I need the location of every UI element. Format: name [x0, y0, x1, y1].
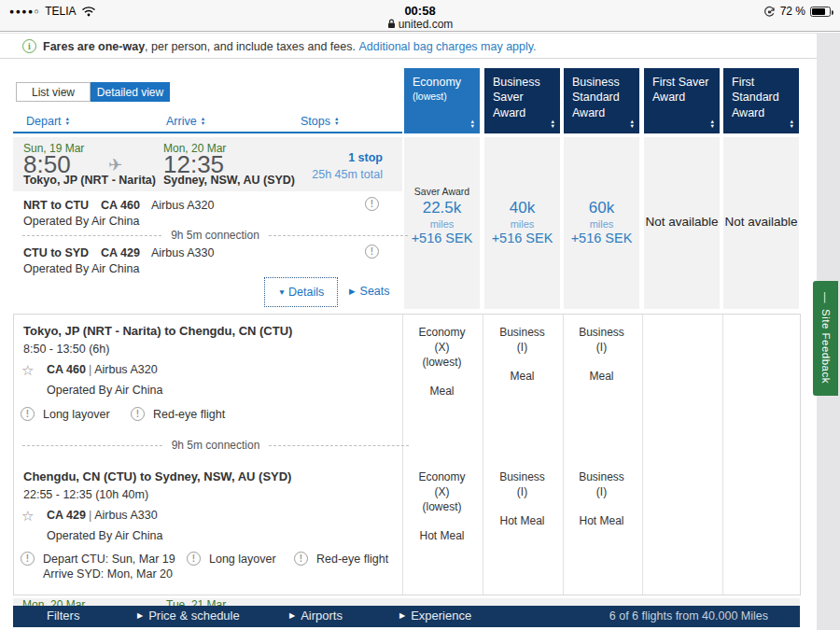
- sort-stops[interactable]: Stops▲▼: [301, 115, 339, 128]
- warning-red-eye: ! Red-eye flight: [131, 407, 225, 422]
- segment-aircraft: Airbus A320: [151, 199, 214, 212]
- sort-icon: ▲▼: [334, 117, 339, 126]
- cash-value: +516 SEK: [484, 231, 560, 245]
- warning-icon[interactable]: !: [365, 245, 379, 259]
- cabin-cell-business-standard: Business(I) Hot Meal: [564, 469, 639, 528]
- list-view-button[interactable]: List view: [16, 82, 91, 102]
- battery-cluster: 72 %: [763, 5, 831, 18]
- segment-route: CTU to SYD: [23, 246, 89, 259]
- meal-label: Meal: [564, 369, 639, 384]
- warning-icon[interactable]: !: [187, 552, 201, 566]
- detail-segment-title: Tokyo, JP (NRT - Narita) to Chengdu, CN …: [23, 324, 292, 338]
- miles-unit: miles: [564, 218, 639, 230]
- bottom-filter-bar: Filters ▶Price & schedule ▶Airports ▶Exp…: [13, 606, 800, 627]
- cash-value: +516 SEK: [564, 231, 639, 245]
- experience-button[interactable]: ▶Experience: [399, 609, 471, 623]
- connection-divider: 9h 5m connection: [22, 229, 408, 242]
- warning-long-layover: ! Long layover: [187, 552, 276, 567]
- bag-charges-link[interactable]: Additional bag charges may apply.: [358, 40, 536, 53]
- results-summary: 6 of 6 flights from 40.000 Miles: [609, 609, 768, 623]
- fare-column-title: Business Standard Award: [572, 75, 634, 120]
- cabin-cell-economy: Economy(X)(lowest) Meal: [404, 325, 480, 399]
- cabin-cell-business-saver: Business(I) Hot Meal: [484, 469, 560, 528]
- sort-icon: ▲▼: [790, 119, 794, 129]
- seats-button[interactable]: ▶Seats: [349, 285, 390, 298]
- fare-column-title: First Standard Award: [732, 75, 793, 120]
- fare-column-first-saver[interactable]: First Saver Award ▲▼: [644, 68, 720, 133]
- cabin-cell-economy: Economy(X)(lowest) Hot Meal: [404, 469, 480, 543]
- warning-icon[interactable]: !: [21, 552, 35, 566]
- fare-column-business-standard[interactable]: Business Standard Award ▲▼: [564, 68, 639, 133]
- arrow-right-icon: ▶: [399, 611, 405, 620]
- caret-down-icon: ▼: [278, 287, 286, 297]
- stops-count: 1 stop: [261, 151, 383, 164]
- miles-value: 22.5k: [404, 199, 480, 217]
- depart-city: Tokyo, JP (NRT - Narita): [23, 174, 156, 187]
- stops-summary: 1 stop 25h 45m total: [261, 151, 383, 181]
- segment-flight-number: CA 429: [101, 246, 140, 259]
- warning-icon[interactable]: !: [131, 407, 145, 421]
- info-icon: i: [22, 39, 36, 53]
- price-schedule-button[interactable]: ▶Price & schedule: [137, 609, 240, 623]
- sort-depart[interactable]: Depart▲▼: [26, 115, 70, 128]
- meal-label: Meal: [484, 369, 560, 384]
- fare-column-first-standard[interactable]: First Standard Award ▲▼: [723, 68, 799, 133]
- column-divider: [722, 315, 723, 595]
- warning-red-eye: ! Red-eye flight: [294, 552, 388, 567]
- connection-label: 9h 5m connection: [172, 439, 260, 452]
- miles-unit: miles: [484, 218, 560, 230]
- airline-logo-icon: ☆: [21, 508, 34, 525]
- segment-flight-number: CA 460: [101, 199, 140, 212]
- sort-arrive[interactable]: Arrive▲▼: [166, 115, 205, 128]
- meal-label: Hot Meal: [484, 513, 560, 528]
- segment-route: NRT to CTU: [23, 199, 89, 212]
- price-cell-business-standard[interactable]: 60k miles +516 SEK: [564, 137, 639, 309]
- filters-button[interactable]: Filters: [47, 609, 79, 623]
- airline-logo-icon: ☆: [21, 362, 34, 379]
- warning-icon[interactable]: !: [365, 197, 379, 211]
- column-divider: [483, 315, 483, 595]
- site-feedback-tab[interactable]: —Site Feedback: [813, 281, 838, 396]
- rotation-lock-icon: [763, 6, 776, 18]
- warning-icon[interactable]: !: [294, 552, 308, 566]
- fare-column-subtitle: (lowest): [413, 91, 474, 102]
- fare-column-economy[interactable]: Economy (lowest) ▲▼: [404, 68, 480, 133]
- warning-date-change: ! Depart CTU: Sun, Mar 19Arrive SYD: Mon…: [21, 552, 175, 581]
- plane-icon: ✈: [108, 155, 122, 175]
- fares-notice: i Fares are one-way, per person, and inc…: [22, 39, 537, 53]
- connection-label: 9h 5m connection: [171, 229, 259, 242]
- fare-column-business-saver[interactable]: Business Saver Award ▲▼: [484, 68, 560, 133]
- airports-button[interactable]: ▶Airports: [289, 609, 343, 623]
- column-divider: [642, 315, 643, 595]
- cash-value: +516 SEK: [404, 231, 480, 245]
- next-flight-row-peek: Mon, 20 Mar Tue, 21 Mar: [13, 598, 800, 606]
- detail-segment-title: Chengdu, CN (CTU) to Sydney, NSW, AU (SY…: [23, 469, 291, 483]
- operated-by: Operated By Air China: [47, 384, 162, 397]
- not-available-label: Not available: [723, 215, 799, 229]
- sort-icon: ▲▼: [201, 117, 205, 126]
- battery-icon: [810, 7, 831, 17]
- fare-column-title: Business Saver Award: [493, 75, 554, 120]
- url-bar[interactable]: united.com: [0, 18, 840, 31]
- cabin-cell-business-standard: Business(I) Meal: [564, 325, 639, 384]
- warning-long-layover: ! Long layover: [21, 407, 110, 422]
- clock: 00:58: [0, 4, 840, 18]
- price-cell-economy[interactable]: Saver Award 22.5k miles +516 SEK: [404, 137, 480, 309]
- feedback-label: Site Feedback: [820, 309, 832, 384]
- miles-unit: miles: [404, 218, 480, 230]
- sort-icon: ▲▼: [470, 119, 475, 129]
- total-duration: 25h 45m total: [261, 168, 383, 181]
- meal-label: Meal: [404, 384, 480, 399]
- price-cell-first-saver: Not available: [644, 137, 720, 309]
- details-button[interactable]: ▼Details: [264, 277, 338, 307]
- detailed-view-button[interactable]: Detailed view: [91, 82, 170, 102]
- operated-by: Operated By Air China: [23, 262, 139, 275]
- sort-icon: ▲▼: [630, 119, 635, 129]
- ios-status-bar: ●●●●○ TELIA 00:58 united.com 72 %: [0, 0, 840, 32]
- warning-icon[interactable]: !: [21, 407, 35, 421]
- sort-icon: ▲▼: [65, 117, 70, 126]
- fare-column-title: First Saver Award: [652, 75, 714, 105]
- price-cell-business-saver[interactable]: 40k miles +516 SEK: [484, 137, 560, 309]
- miles-value: 60k: [564, 199, 639, 217]
- segment-aircraft: Airbus A330: [151, 246, 214, 259]
